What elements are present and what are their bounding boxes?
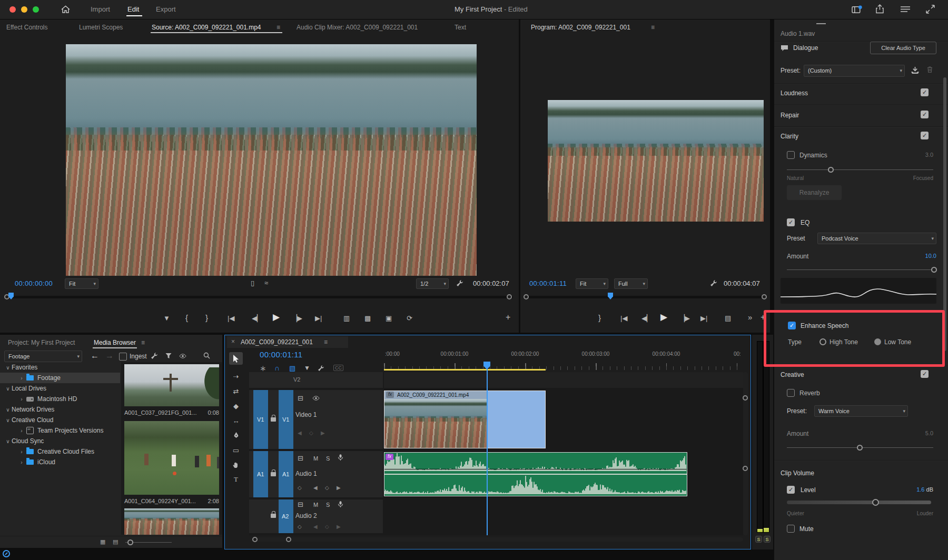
program-goto-out-button[interactable]: ▶|: [700, 314, 707, 322]
program-more-button[interactable]: »: [748, 313, 752, 322]
close-icon[interactable]: ×: [231, 338, 235, 345]
program-quality-select[interactable]: Full▾: [614, 278, 648, 289]
linked-selection-icon[interactable]: ▧: [289, 364, 295, 372]
video-clip[interactable]: fx A002_C009_092221_001.mp4: [384, 391, 546, 448]
track-a1-mute-button[interactable]: M: [313, 455, 318, 462]
play-button[interactable]: ▶: [273, 312, 280, 323]
timeline-settings-wrench-icon[interactable]: [318, 365, 324, 372]
track-a2-target[interactable]: A2: [279, 499, 293, 533]
menu-edit[interactable]: Edit: [127, 5, 139, 13]
media-clip-thumbnail[interactable]: [124, 421, 219, 495]
source-timecode[interactable]: 00:00:00:00: [15, 279, 53, 287]
loudness-section-label[interactable]: Loudness: [781, 89, 808, 97]
thumbnail-view-icon[interactable]: ▦: [100, 538, 105, 545]
track-a1-lock-icon[interactable]: [271, 472, 276, 476]
track-a1-header[interactable]: A1 A1 ⊟ M S Audio 1 ◇ ◀ ◇ ▶: [249, 451, 383, 497]
menu-export[interactable]: Export: [156, 5, 176, 13]
timeline-hscrollbar[interactable]: [251, 537, 743, 542]
bin-select[interactable]: Footage▾: [4, 351, 82, 362]
snap-icon[interactable]: ∩: [274, 364, 280, 372]
menu-import[interactable]: Import: [91, 5, 110, 13]
reanalyze-button[interactable]: Reanalyze: [787, 185, 842, 200]
eq-amount-knob[interactable]: [931, 267, 937, 273]
clarity-checkbox[interactable]: [921, 132, 929, 139]
source-settings-wrench-icon[interactable]: [456, 279, 463, 287]
track-a2-synclock-icon[interactable]: ⊟: [298, 501, 303, 508]
tab-lumetri-scopes[interactable]: Lumetri Scopes: [79, 24, 123, 31]
creative-amount-slider[interactable]: [787, 447, 933, 448]
overwrite-button[interactable]: ▩: [364, 314, 371, 322]
source-add-button[interactable]: +: [506, 313, 510, 322]
program-step-back-button[interactable]: ◀▏: [641, 314, 652, 322]
source-scrub-handle-right[interactable]: [507, 294, 512, 299]
repair-section-label[interactable]: Repair: [781, 112, 799, 119]
selection-tool[interactable]: [229, 352, 243, 365]
chevron-closed-icon[interactable]: ›: [18, 459, 25, 465]
program-mark-out-button[interactable]: }: [598, 313, 601, 322]
track-select-forward-tool[interactable]: ⇢: [229, 370, 243, 383]
tree-item-cloud-sync[interactable]: ∨Cloud Sync: [0, 436, 120, 446]
eq-preset-select[interactable]: Podcast Voice▾: [817, 233, 936, 244]
eq-amount-slider[interactable]: [787, 269, 936, 270]
media-clip-caption[interactable]: A001_C037_0921FG_001... 0:08: [124, 409, 219, 416]
program-scrub-handle-right[interactable]: [762, 294, 767, 299]
timeline-vscroll-handle-top[interactable]: [743, 395, 748, 401]
fullscreen-icon[interactable]: [926, 5, 935, 14]
timeline-ruler[interactable]: :00:0000:00:01:0000:00:02:0000:00:03:000…: [384, 350, 743, 370]
traffic-light-zoom[interactable]: [33, 6, 39, 13]
tab-program[interactable]: Program: A002_C009_092221_001: [531, 24, 630, 31]
program-zoom-select[interactable]: Fit▾: [576, 278, 608, 289]
track-a1-synclock-icon[interactable]: ⊟: [298, 454, 303, 462]
media-clip-thumbnail[interactable]: [124, 508, 219, 535]
sync-status-icon[interactable]: [3, 550, 10, 557]
goto-in-button[interactable]: |◀: [228, 314, 234, 322]
captions-icon[interactable]: CC: [333, 365, 343, 371]
track-a1-kf-next[interactable]: ▶: [337, 485, 341, 491]
track-v2-target[interactable]: V2: [293, 376, 300, 383]
program-scrub-handle-left[interactable]: [524, 294, 529, 299]
forward-button[interactable]: →: [105, 351, 114, 361]
tab-project[interactable]: Project: My First Project: [8, 339, 75, 346]
track-v1-kf-next[interactable]: ▶: [321, 430, 325, 436]
search-icon[interactable]: [203, 352, 210, 359]
tree-item-footage[interactable]: ›Footage: [0, 373, 120, 383]
project-panel-menu-icon[interactable]: ≡: [141, 339, 145, 346]
tree-item-macintosh-hd[interactable]: ›Macintosh HD: [0, 394, 120, 404]
track-a1-solo-button[interactable]: S: [326, 455, 330, 462]
chevron-open-icon[interactable]: ∨: [4, 438, 12, 444]
media-clip-caption[interactable]: A001_C064_09224Y_001... 2:08: [124, 498, 219, 504]
app-menu-icon[interactable]: [900, 6, 911, 13]
eq-amount-value[interactable]: 10.0: [895, 253, 936, 259]
program-goto-in-button[interactable]: |◀: [620, 314, 627, 322]
traffic-light-minimize[interactable]: [21, 6, 27, 13]
track-a1-mic-icon[interactable]: [338, 454, 343, 461]
mute-checkbox[interactable]: [787, 525, 795, 533]
eq-checkbox[interactable]: [787, 218, 795, 226]
timeline-vscroll-handle-bottom[interactable]: [743, 466, 748, 471]
creative-amount-knob[interactable]: [857, 445, 863, 451]
track-a1-kf-add[interactable]: ◇: [325, 485, 329, 491]
chevron-closed-icon[interactable]: ›: [18, 375, 25, 381]
timeline-playhead-line[interactable]: [487, 369, 488, 535]
source-zoom-select[interactable]: Fit▾: [65, 278, 98, 289]
program-scrubber[interactable]: [524, 296, 766, 298]
tab-effect-controls[interactable]: Effect Controls: [6, 24, 47, 31]
slip-tool[interactable]: ↔: [229, 414, 243, 427]
program-timecode[interactable]: 00:00:01:11: [529, 279, 567, 287]
panel-tab-indicator[interactable]: [816, 23, 826, 24]
track-a1-source-assign[interactable]: A1: [253, 451, 268, 497]
filter-icon[interactable]: [165, 353, 172, 359]
reverb-checkbox[interactable]: [787, 389, 795, 397]
tab-audio-clip-mixer[interactable]: Audio Clip Mixer: A002_C009_092221_001: [297, 24, 418, 31]
tree-item-favorites[interactable]: ∨Favorites: [0, 362, 120, 373]
timeline-timecode[interactable]: 00:00:01:11: [260, 350, 302, 359]
track-a2-solo-button[interactable]: S: [326, 502, 330, 508]
home-icon[interactable]: [61, 5, 70, 13]
program-settings-wrench-icon[interactable]: [710, 279, 717, 287]
meter-solo-right-button[interactable]: S: [764, 536, 771, 543]
rectangle-tool[interactable]: ▭: [229, 444, 243, 456]
tree-item-local-drives[interactable]: ∨Local Drives: [0, 383, 120, 394]
loudness-checkbox[interactable]: [921, 88, 929, 96]
traffic-light-close[interactable]: [9, 6, 16, 13]
audio-clip[interactable]: fx: [384, 452, 687, 496]
